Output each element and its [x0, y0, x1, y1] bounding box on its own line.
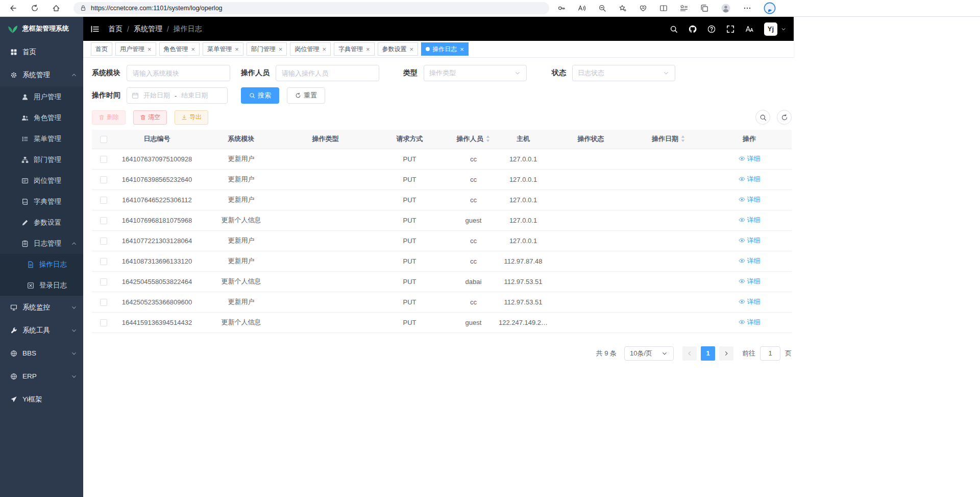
delete-button[interactable]: 删除 — [92, 110, 126, 125]
row-checkbox[interactable] — [100, 299, 107, 306]
next-page-button[interactable] — [719, 346, 733, 361]
close-icon[interactable]: × — [366, 46, 370, 53]
operator-input[interactable] — [276, 65, 379, 81]
detail-link[interactable]: 详细 — [739, 277, 761, 286]
sidebar-item[interactable]: 系统管理 — [0, 63, 83, 86]
close-icon[interactable]: × — [279, 46, 283, 53]
breadcrumb-item[interactable]: 系统管理 — [134, 25, 162, 34]
table-refresh-button[interactable] — [777, 110, 792, 125]
favorites-bar-icon[interactable] — [680, 4, 688, 12]
detail-link[interactable]: 详细 — [739, 297, 761, 306]
back-icon[interactable] — [9, 4, 17, 12]
sidebar-item[interactable]: 系统监控 — [0, 296, 83, 319]
split-screen-icon[interactable] — [659, 4, 668, 12]
sidebar-item[interactable]: 字典管理 — [0, 191, 83, 212]
status-select[interactable]: 日志状态 — [572, 65, 675, 81]
sort-icon[interactable] — [680, 135, 685, 143]
search-button[interactable]: 搜索 — [241, 87, 279, 104]
chevron-down-icon[interactable] — [780, 26, 787, 32]
view-tab[interactable]: 部门管理× — [247, 42, 287, 56]
row-checkbox[interactable] — [100, 217, 107, 224]
view-tab[interactable]: 用户管理× — [115, 42, 156, 56]
type-select[interactable]: 操作类型 — [424, 65, 527, 81]
row-checkbox[interactable] — [100, 156, 107, 163]
cell-status — [551, 169, 630, 190]
column-header[interactable]: 操作日期 — [630, 130, 707, 149]
column-header[interactable]: 操作人员 — [452, 130, 495, 149]
view-tab[interactable]: 菜单管理× — [203, 42, 243, 56]
avatar[interactable]: Yj — [764, 22, 777, 36]
select-all-checkbox[interactable] — [100, 136, 107, 143]
row-checkbox[interactable] — [100, 319, 107, 326]
read-aloud-icon[interactable] — [578, 4, 586, 12]
collections-icon[interactable] — [700, 4, 708, 12]
table-search-button[interactable] — [755, 110, 770, 125]
favorite-add-icon[interactable] — [619, 4, 627, 12]
date-range-picker[interactable]: 开始日期 - 结束日期 — [127, 87, 228, 104]
bing-icon[interactable] — [764, 2, 776, 14]
prev-page-button[interactable] — [682, 346, 697, 361]
sidebar-item[interactable]: 角色管理 — [0, 107, 83, 128]
essentials-icon[interactable] — [639, 4, 647, 12]
view-tab[interactable]: 首页 — [91, 42, 112, 56]
zoom-out-icon[interactable] — [598, 4, 606, 12]
sidebar-item[interactable]: Yi框架 — [0, 388, 83, 411]
fullscreen-icon[interactable] — [726, 25, 734, 33]
detail-link[interactable]: 详细 — [739, 318, 761, 327]
view-tab[interactable]: 参数设置× — [378, 42, 419, 56]
sidebar-item[interactable]: 菜单管理 — [0, 128, 83, 149]
home-icon[interactable] — [52, 4, 60, 12]
sidebar-item[interactable]: 岗位管理 — [0, 170, 83, 191]
detail-link[interactable]: 详细 — [739, 175, 761, 184]
detail-link[interactable]: 详细 — [739, 154, 761, 163]
page-size-select[interactable]: 10条/页 — [624, 346, 674, 361]
clear-button[interactable]: 清空 — [133, 110, 167, 125]
refresh-icon[interactable] — [31, 4, 39, 12]
sidebar-item[interactable]: ERP — [0, 365, 83, 388]
view-tab[interactable]: 操作日志× — [421, 42, 469, 56]
sidebar-item[interactable]: 登录日志 — [0, 275, 83, 296]
close-icon[interactable]: × — [191, 46, 195, 53]
profile-icon[interactable] — [721, 3, 731, 13]
close-icon[interactable]: × — [410, 46, 414, 53]
row-checkbox[interactable] — [100, 176, 107, 183]
close-icon[interactable]: × — [460, 46, 464, 53]
view-tab[interactable]: 岗位管理× — [290, 42, 331, 56]
detail-link[interactable]: 详细 — [739, 195, 761, 204]
detail-link[interactable]: 详细 — [739, 236, 761, 245]
close-icon[interactable]: × — [322, 46, 326, 53]
row-checkbox[interactable] — [100, 258, 107, 265]
sidebar-item[interactable]: 用户管理 — [0, 86, 83, 107]
module-input[interactable] — [127, 65, 230, 81]
sidebar-item[interactable]: 系统工具 — [0, 319, 83, 342]
sidebar-item[interactable]: 部门管理 — [0, 149, 83, 170]
breadcrumb-item[interactable]: 首页 — [108, 25, 122, 34]
key-icon[interactable] — [557, 4, 566, 12]
question-icon[interactable] — [707, 25, 716, 33]
close-icon[interactable]: × — [148, 46, 152, 53]
sidebar-item[interactable]: BBS — [0, 342, 83, 365]
export-button[interactable]: 导出 — [175, 110, 208, 125]
fold-sidebar-icon[interactable] — [90, 25, 100, 34]
row-checkbox[interactable] — [100, 278, 107, 286]
font-size-icon[interactable] — [745, 25, 753, 33]
reset-button[interactable]: 重置 — [287, 87, 325, 104]
view-tab[interactable]: 角色管理× — [159, 42, 200, 56]
row-checkbox[interactable] — [100, 238, 107, 245]
page-number-button[interactable]: 1 — [701, 346, 715, 361]
more-icon[interactable] — [743, 4, 751, 12]
search-icon[interactable] — [670, 25, 678, 33]
github-icon[interactable] — [689, 25, 697, 33]
detail-link[interactable]: 详细 — [739, 256, 761, 266]
sort-icon[interactable] — [485, 135, 491, 143]
sidebar-item[interactable]: 日志管理 — [0, 233, 83, 254]
sidebar-item[interactable]: 操作日志 — [0, 254, 83, 275]
sidebar-item[interactable]: 参数设置 — [0, 212, 83, 233]
address-bar[interactable]: https://ccnetcore.com:1101/system/log/op… — [74, 2, 549, 14]
close-icon[interactable]: × — [235, 46, 239, 53]
row-checkbox[interactable] — [100, 197, 107, 204]
sidebar-item[interactable]: 首页 — [0, 40, 83, 63]
goto-page-input[interactable] — [760, 346, 780, 361]
detail-link[interactable]: 详细 — [739, 216, 761, 225]
view-tab[interactable]: 字典管理× — [334, 42, 375, 56]
